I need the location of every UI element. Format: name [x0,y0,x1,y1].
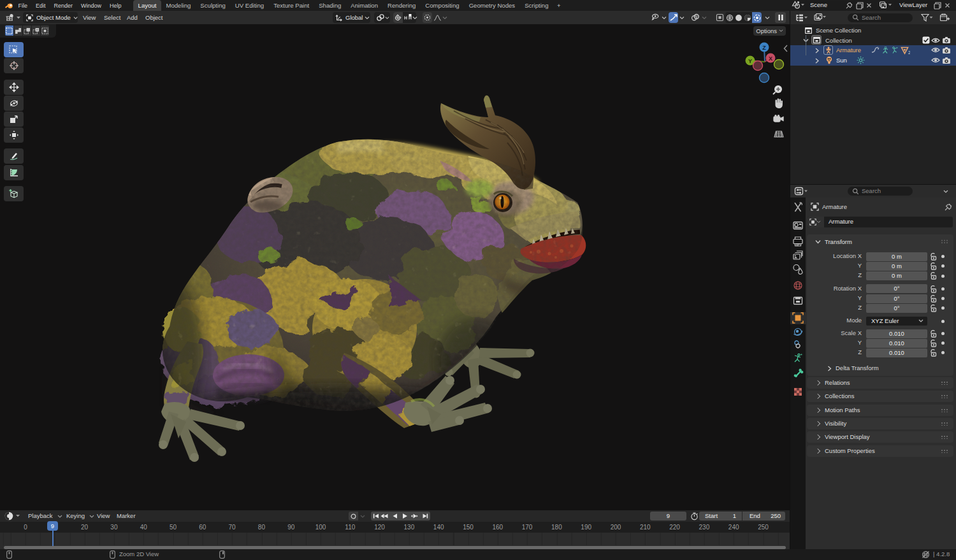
svg-text:Y: Y [748,58,752,64]
svg-text:2: 2 [908,50,910,55]
svg-text:X: X [769,55,772,62]
svg-text:Z: Z [762,45,766,51]
